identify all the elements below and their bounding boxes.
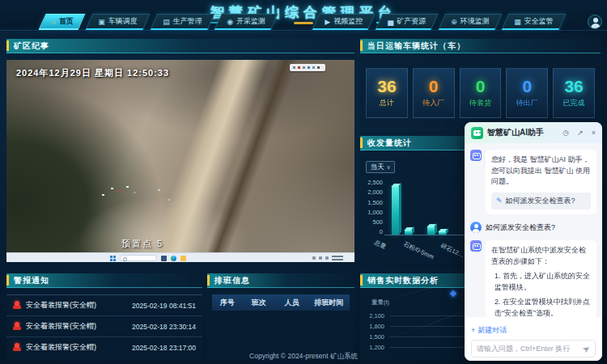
user-icon <box>470 222 482 233</box>
bot-icon <box>470 150 482 161</box>
siren-icon <box>13 343 21 352</box>
dashboard: 智慧矿山综合管理平台 ⌂首页 ▣车辆调度 ▤生产管理 ◉开采监测 ▶视频监控 <box>0 0 607 364</box>
tab-home[interactable]: ⌂首页 <box>39 14 86 30</box>
time-filter-select[interactable]: 当天 ∨ <box>366 161 395 173</box>
title-accent <box>360 275 363 286</box>
tab-label: 生产管理 <box>173 16 202 27</box>
tray-icon <box>325 256 329 260</box>
column-header: 班次 <box>242 298 275 308</box>
y-tick: 500 <box>362 218 383 226</box>
tab-mineral-resource[interactable]: ▅矿产资源 <box>376 14 439 30</box>
ai-header: 智慧矿山AI助手 ◷ ↗ × <box>465 122 602 143</box>
siren-icon <box>13 301 21 310</box>
x-label: 总量 <box>373 239 388 251</box>
y-tick: 2,500 <box>362 179 383 186</box>
pencil-icon: ✎ <box>496 196 503 207</box>
bot-icon <box>470 240 482 252</box>
user-message: 如何派发安全检查表? <box>470 222 596 233</box>
stat-label: 待装货 <box>469 98 491 108</box>
title-accent <box>360 138 363 148</box>
tab-label: 车辆调度 <box>108 16 138 27</box>
y-tick: 0 <box>362 228 383 235</box>
tab-production-management[interactable]: ▤生产管理 <box>151 14 214 30</box>
alarm-item[interactable]: 安全着装报警(安全帽) 2025-02-18 23:30:14 <box>6 315 202 336</box>
tab-video-monitor[interactable]: ▶视频监控 <box>312 14 376 30</box>
y-tick: 1,500 <box>362 333 384 341</box>
bar-gravel <box>439 232 446 235</box>
alarm-item[interactable]: 安全着装报警(安全帽) 2025-02-19 08:41:51 <box>6 294 202 315</box>
tray-icon <box>319 256 322 260</box>
close-icon[interactable]: × <box>592 129 596 137</box>
tab-environment-monitor[interactable]: ⊕环境监测 <box>438 14 501 30</box>
column-header: 序号 <box>212 298 242 308</box>
video-datetime-overlay: 2024年12月29日 星期日 12:50:33 <box>16 67 169 79</box>
alarm-text: 安全着装报警(安全帽) <box>26 321 127 332</box>
nav-left: ⌂首页 ▣车辆调度 ▤生产管理 ◉开采监测 <box>42 14 282 30</box>
suggestion-text: 如何派发安全检查表? <box>506 196 575 207</box>
plus-icon: + <box>471 326 475 334</box>
ai-title: 智慧矿山AI助手 <box>487 127 554 138</box>
column-header: 排班时间 <box>308 298 350 308</box>
tab-label: 安全监管 <box>524 16 554 27</box>
user-avatar[interactable] <box>588 15 602 29</box>
stat-waiting-entry: 0 待入厂 <box>413 68 455 118</box>
tab-vehicle-dispatch[interactable]: ▣车辆调度 <box>86 14 150 30</box>
table-header: 序号 班次 人员 排班时间 <box>212 294 350 311</box>
stat-waiting-exit: 0 待出厂 <box>506 68 548 118</box>
tab-safety-supervision[interactable]: ▦安全监管 <box>502 14 566 30</box>
siren-icon <box>13 322 21 331</box>
tab-label: 环境监测 <box>461 16 490 27</box>
video-feed[interactable]: 2024年12月29日 星期日 12:50:33 预置点 5 <box>6 60 354 262</box>
stat-value: 36 <box>564 78 583 95</box>
tray-clock <box>332 255 343 260</box>
y-tick: 1,000 <box>362 209 383 216</box>
title-accent <box>360 40 363 51</box>
ai-question-input[interactable] <box>477 345 579 353</box>
taskbar-icons <box>110 255 186 261</box>
browser-icon <box>171 256 176 261</box>
panel-title: 排班信息 <box>214 275 250 286</box>
send-icon[interactable]: ➤ <box>580 342 592 355</box>
answer-step: 1. 首先，进入矿山系统的安全监管模块。 <box>491 271 591 293</box>
expand-icon[interactable]: ↗ <box>577 129 584 137</box>
answer-step: 2. 在安全监管模块中找到并点击“安全检查”选项。 <box>491 297 591 317</box>
panel-title: 当日运输车辆统计（车） <box>367 40 465 52</box>
tab-mining-monitor[interactable]: ◉开采监测 <box>214 14 278 30</box>
ai-input-row: ➤ <box>471 340 596 358</box>
video-icon: ▶ <box>325 18 330 26</box>
panel-title-bar: 排班信息 <box>207 273 354 288</box>
suggestion-chip[interactable]: ✎ 如何派发安全检查表? <box>491 193 591 210</box>
ai-assistant-icon <box>471 127 483 139</box>
history-icon[interactable]: ◷ <box>562 129 569 137</box>
stat-value: 0 <box>522 78 532 95</box>
tab-label: 矿产资源 <box>397 16 426 27</box>
answer-intro: 在智慧矿山系统中派发安全检查表的步骤如下： <box>491 245 591 267</box>
video-toolbar <box>290 64 325 71</box>
video-taskbar <box>6 252 354 262</box>
bot-greeting: 您好，我是 智慧矿山AI 助手，您可以向我提出 智慧矿山 使用问题。 <box>491 154 591 188</box>
new-chat-label: 新建对话 <box>478 325 507 336</box>
panel-title: 矿区纪事 <box>14 40 49 52</box>
safety-icon: ▦ <box>515 18 522 26</box>
header: 智慧矿山综合管理平台 ⌂首页 ▣车辆调度 ▤生产管理 ◉开采监测 ▶视频监控 <box>0 0 607 32</box>
panel-title-bar: 矿区纪事 <box>6 39 354 53</box>
tray-icon <box>312 256 316 260</box>
resource-icon: ▅ <box>388 18 393 26</box>
panel-title-bar: 当日运输车辆统计（车） <box>360 39 601 53</box>
environment-icon: ⊕ <box>451 18 457 26</box>
header-divider <box>0 30 607 31</box>
taskbar-search <box>120 255 157 261</box>
legend-marker <box>450 290 456 297</box>
stat-label: 待入厂 <box>422 98 444 108</box>
production-icon: ▤ <box>163 18 170 26</box>
y-tick: 1,200 <box>362 344 384 351</box>
bar-total <box>392 187 399 235</box>
panel-alarms: 警报通知 安全着装报警(安全帽) 2025-02-19 08:41:51 安全着… <box>6 269 202 361</box>
folder-icon <box>180 256 186 261</box>
stat-total: 36 总计 <box>366 68 408 118</box>
y-tick: 1,500 <box>362 199 383 206</box>
mining-monitor-icon: ◉ <box>227 18 234 26</box>
panel-title: 销售实时数据分析 <box>367 275 439 286</box>
new-chat-button[interactable]: + 新建对话 <box>471 325 507 336</box>
title-accent <box>207 275 210 286</box>
